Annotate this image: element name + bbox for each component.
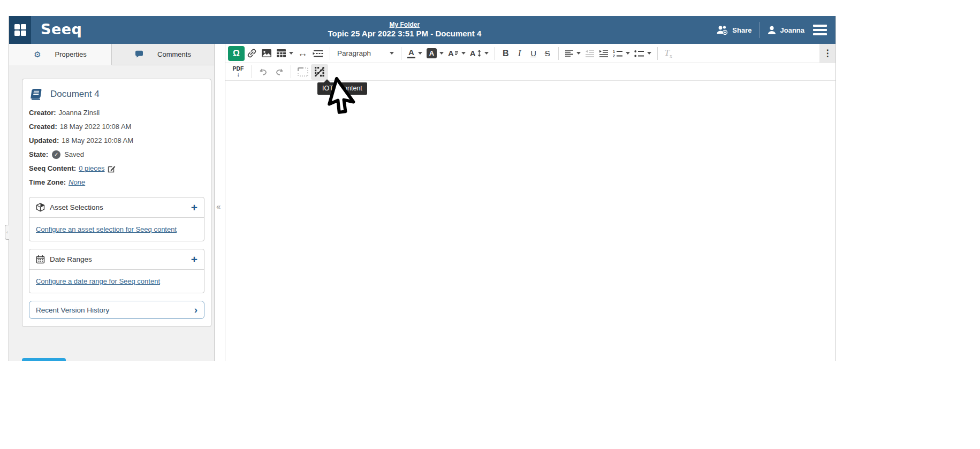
bullet-list-button[interactable] — [632, 46, 654, 61]
add-asset-selection-button[interactable]: + — [191, 203, 197, 212]
svg-text:1: 1 — [613, 49, 615, 53]
toolbar-divider — [330, 47, 330, 60]
iota-content-button[interactable] — [311, 64, 328, 80]
recent-version-history-button[interactable]: Recent Version History › — [29, 301, 204, 319]
page-break-icon — [312, 49, 324, 58]
strikethrough-button[interactable]: S — [541, 46, 554, 61]
user-name: Joanna — [780, 26, 804, 34]
chevron-right-icon: › — [194, 304, 197, 316]
share-users-icon — [716, 25, 729, 35]
paragraph-style-dropdown[interactable]: Paragraph — [334, 46, 397, 61]
bold-button[interactable]: B — [499, 46, 513, 61]
outdent-button[interactable] — [583, 46, 597, 61]
panel-resize-handle[interactable]: ‹ — [5, 225, 9, 240]
font-size-icon: A — [470, 49, 476, 58]
resize-content-button[interactable]: ↔ — [295, 46, 310, 61]
seeq-content-link[interactable]: 0 pieces — [79, 162, 104, 176]
edit-icon[interactable] — [108, 165, 116, 173]
creator-row: Creator: Joanna Zinsli — [29, 106, 204, 120]
comment-icon — [135, 50, 143, 58]
user-icon — [767, 25, 777, 35]
app-switcher-button[interactable] — [9, 16, 31, 44]
user-menu[interactable]: Joanna — [767, 25, 804, 35]
add-date-range-button[interactable]: + — [191, 255, 197, 264]
redo-button[interactable] — [271, 64, 287, 79]
seeq-content-row: Seeq Content: 0 pieces — [29, 162, 204, 176]
font-family-button[interactable]: A — [446, 46, 468, 61]
font-family-icon: A — [448, 49, 454, 58]
document-canvas[interactable] — [225, 81, 835, 361]
font-color-button[interactable]: A — [405, 46, 424, 61]
date-ranges-header: Date Ranges + — [29, 249, 204, 270]
sidebar-collapse-gutter: « — [215, 44, 225, 361]
font-size-button[interactable]: A — [468, 46, 491, 61]
align-left-icon — [565, 49, 574, 57]
asset-selections-card: Asset Selections + Configure an asset se… — [29, 197, 204, 241]
updated-value: 18 May 2022 10:08 AM — [62, 134, 133, 148]
selection-area-icon — [297, 67, 309, 77]
toolbar-divider — [558, 47, 559, 60]
font-size-arrows — [477, 49, 482, 57]
tab-comments-label: Comments — [157, 50, 191, 58]
insert-seeq-content-button[interactable]: Ω — [228, 46, 245, 61]
numbered-list-button[interactable]: 1 2 — [611, 46, 632, 61]
state-row: State: ✓ Saved — [29, 148, 204, 162]
asset-selections-header: Asset Selections + — [29, 197, 204, 218]
share-button[interactable]: Share — [716, 25, 751, 35]
app-window: Seeq My Folder Topic 25 Apr 2022 3:51 PM… — [9, 16, 836, 361]
time-zone-link[interactable]: None — [69, 176, 85, 189]
text-align-button[interactable] — [563, 46, 583, 61]
underline-button[interactable]: U — [527, 46, 541, 61]
horizontal-resize-icon: ↔ — [298, 48, 308, 59]
new-document-button-stub[interactable] — [22, 358, 66, 361]
indent-button[interactable] — [597, 46, 611, 61]
breadcrumb-my-folder[interactable]: My Folder — [390, 21, 420, 29]
insert-table-button[interactable] — [274, 46, 295, 61]
date-ranges-card: Date Ranges + Configure a date range for… — [29, 249, 204, 293]
configure-asset-selection-link[interactable]: Configure an asset selection for Seeq co… — [36, 225, 177, 233]
hamburger-menu-button[interactable] — [812, 24, 828, 36]
bullet-list-icon — [634, 49, 644, 58]
seeq-content-label: Seeq Content: — [29, 162, 76, 176]
download-arrow-icon: ↓ — [237, 71, 240, 78]
chevron-down-icon — [390, 52, 394, 55]
export-pdf-button[interactable]: PDF ↓ — [229, 64, 248, 80]
fixed-width-view-button[interactable] — [295, 64, 311, 79]
configure-date-range-link[interactable]: Configure a date range for Seeq content — [36, 277, 160, 285]
svg-text:2: 2 — [613, 54, 615, 58]
insert-link-button[interactable] — [245, 46, 259, 61]
toolbar-overflow-button[interactable]: ⋮ — [819, 44, 835, 63]
indent-icon — [599, 49, 609, 57]
toolbar-divider — [495, 47, 495, 60]
vertical-dots-icon: ⋮ — [823, 48, 832, 59]
image-icon — [261, 49, 272, 58]
share-label: Share — [732, 26, 751, 34]
collapse-sidebar-icon[interactable]: « — [216, 202, 221, 211]
toolbar-divider — [401, 47, 401, 60]
italic-button[interactable]: I — [513, 46, 527, 61]
undo-button[interactable] — [256, 64, 271, 79]
chevron-down-icon — [484, 52, 489, 55]
tab-properties[interactable]: ⚙ Properties — [9, 44, 112, 65]
outdent-icon — [585, 49, 595, 57]
sidebar-tab-row: ⚙ Properties Comments — [9, 44, 214, 65]
toolbar-divider — [291, 65, 291, 78]
background-color-button[interactable]: A — [424, 46, 446, 61]
chevron-down-icon — [576, 52, 581, 55]
font-color-icon: A — [407, 48, 415, 58]
grid-icon — [14, 24, 26, 36]
font-family-lines — [454, 50, 459, 57]
tab-comments[interactable]: Comments — [112, 44, 214, 65]
chevron-down-icon — [439, 52, 444, 55]
chevron-down-icon — [647, 52, 651, 55]
page-break-button[interactable] — [310, 46, 326, 61]
clear-formatting-button[interactable]: Tx — [662, 46, 675, 61]
background-color-icon: A — [427, 48, 437, 58]
insert-image-button[interactable] — [259, 46, 274, 61]
page-title: Topic 25 Apr 2022 3:51 PM - Document 4 — [328, 29, 481, 39]
time-zone-row: Time Zone: None — [29, 176, 204, 189]
asset-selections-title: Asset Selections — [50, 203, 186, 211]
creator-value: Joanna Zinsli — [59, 106, 100, 120]
cube-icon — [36, 203, 45, 212]
table-icon — [276, 49, 286, 58]
